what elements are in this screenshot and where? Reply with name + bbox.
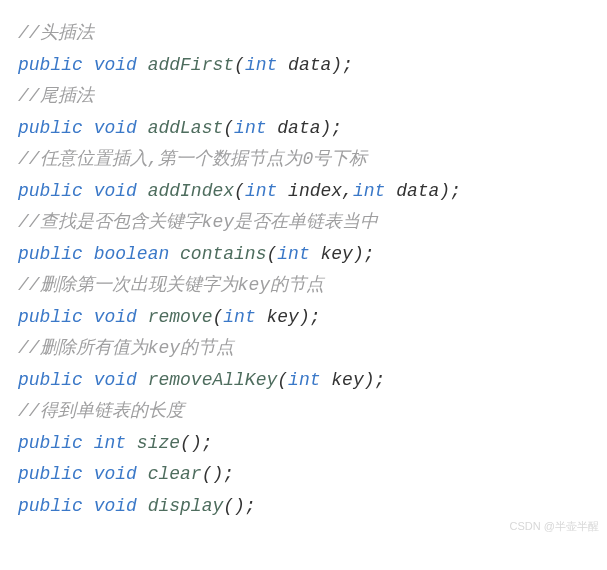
keyword-void: void bbox=[94, 55, 137, 75]
method-addFirst: addFirst bbox=[148, 55, 234, 75]
code-line: public void remove(int key); bbox=[18, 302, 599, 334]
code-line: public void addIndex(int index,int data)… bbox=[18, 176, 599, 208]
param-key: key bbox=[321, 370, 364, 390]
code-line: public boolean contains(int key); bbox=[18, 239, 599, 271]
code-line-comment: //任意位置插入,第一个数据节点为0号下标 bbox=[18, 144, 599, 176]
keyword-public: public bbox=[18, 307, 83, 327]
keyword-public: public bbox=[18, 55, 83, 75]
code-line-comment: //查找是否包含关键字key是否在单链表当中 bbox=[18, 207, 599, 239]
keyword-public: public bbox=[18, 244, 83, 264]
keyword-int: int bbox=[288, 370, 320, 390]
code-line-comment: //尾插法 bbox=[18, 81, 599, 113]
param-index: index bbox=[277, 181, 342, 201]
keyword-void: void bbox=[94, 370, 137, 390]
keyword-void: void bbox=[94, 118, 137, 138]
comment: //查找是否包含关键字key是否在单链表当中 bbox=[18, 212, 378, 232]
method-size: size bbox=[137, 433, 180, 453]
code-line-comment: //头插法 bbox=[18, 18, 599, 50]
param-data: data bbox=[267, 118, 321, 138]
param-key: key bbox=[310, 244, 353, 264]
code-line-comment: //删除所有值为key的节点 bbox=[18, 333, 599, 365]
method-clear: clear bbox=[148, 464, 202, 484]
method-addLast: addLast bbox=[148, 118, 224, 138]
code-line: public void removeAllKey(int key); bbox=[18, 365, 599, 397]
param-key: key bbox=[256, 307, 299, 327]
watermark-text: CSDN @半壶半醒 bbox=[510, 517, 599, 536]
keyword-public: public bbox=[18, 118, 83, 138]
method-display: display bbox=[148, 496, 224, 516]
keyword-void: void bbox=[94, 496, 137, 516]
keyword-int: int bbox=[234, 118, 266, 138]
keyword-void: void bbox=[94, 307, 137, 327]
code-line-comment: //得到单链表的长度 bbox=[18, 396, 599, 428]
method-remove: remove bbox=[148, 307, 213, 327]
comment: //头插法 bbox=[18, 23, 94, 43]
keyword-void: void bbox=[94, 464, 137, 484]
keyword-int: int bbox=[245, 181, 277, 201]
keyword-public: public bbox=[18, 433, 83, 453]
keyword-public: public bbox=[18, 370, 83, 390]
method-contains: contains bbox=[180, 244, 266, 264]
param-data: data bbox=[385, 181, 439, 201]
keyword-int: int bbox=[223, 307, 255, 327]
keyword-public: public bbox=[18, 464, 83, 484]
code-line-comment: //删除第一次出现关键字为key的节点 bbox=[18, 270, 599, 302]
code-line: public void addLast(int data); bbox=[18, 113, 599, 145]
keyword-int: int bbox=[94, 433, 126, 453]
param-data: data bbox=[277, 55, 331, 75]
method-addIndex: addIndex bbox=[148, 181, 234, 201]
comment: //删除第一次出现关键字为key的节点 bbox=[18, 275, 324, 295]
keyword-boolean: boolean bbox=[94, 244, 170, 264]
code-line: public void addFirst(int data); bbox=[18, 50, 599, 82]
comment: //得到单链表的长度 bbox=[18, 401, 184, 421]
keyword-int: int bbox=[277, 244, 309, 264]
keyword-int: int bbox=[245, 55, 277, 75]
keyword-public: public bbox=[18, 181, 83, 201]
comment: //删除所有值为key的节点 bbox=[18, 338, 234, 358]
keyword-public: public bbox=[18, 496, 83, 516]
keyword-void: void bbox=[94, 181, 137, 201]
comment: //任意位置插入,第一个数据节点为0号下标 bbox=[18, 149, 367, 169]
keyword-int: int bbox=[353, 181, 385, 201]
code-line: public void clear(); bbox=[18, 459, 599, 491]
code-line: public int size(); bbox=[18, 428, 599, 460]
method-removeAllKey: removeAllKey bbox=[148, 370, 278, 390]
comment: //尾插法 bbox=[18, 86, 94, 106]
